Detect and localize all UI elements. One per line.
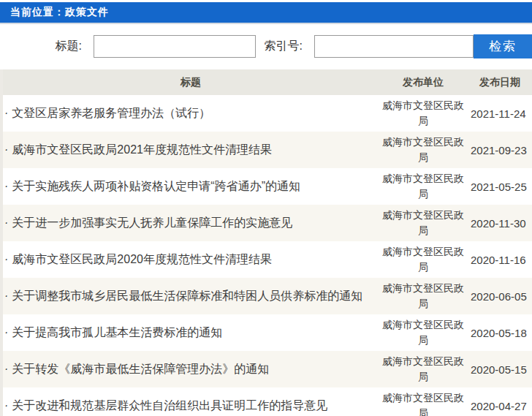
bullet-icon: · <box>4 180 8 193</box>
header-publisher: 发布单位 <box>379 76 468 89</box>
date-cell: 2020-11-16 <box>468 254 532 266</box>
date-cell: 2021-09-23 <box>468 144 532 156</box>
date-cell: 2021-11-24 <box>468 107 532 120</box>
publisher-cell: 威海市文登区民政局 <box>379 244 468 275</box>
publisher-cell: 威海市文登区民政局 <box>379 354 468 385</box>
document-title: 威海市文登区民政局2020年度规范性文件清理结果 <box>12 252 272 268</box>
date-cell: 2021-05-25 <box>468 181 532 193</box>
table-header-row: 标题 发布单位 发布日期 <box>3 69 532 95</box>
date-cell: 2020-05-18 <box>468 327 532 339</box>
publisher-cell: 威海市文登区民政局 <box>379 281 468 311</box>
document-title: 关于提高我市孤儿基本生活费标准的通知 <box>12 325 222 341</box>
policy-table: 标题 发布单位 发布日期 ·文登区居家养老服务管理办法（试行） 威海市文登区民政… <box>0 69 532 416</box>
document-link[interactable]: ·文登区居家养老服务管理办法（试行） <box>3 106 379 121</box>
document-link[interactable]: ·关于调整我市城乡居民最低生活保障标准和特困人员供养标准的通知 <box>3 289 379 304</box>
publisher-cell: 威海市文登区民政局 <box>379 98 468 129</box>
document-link[interactable]: ·关于改进和规范基层群众性自治组织出具证明工作的指导意见 <box>3 398 379 414</box>
table-body: ·文登区居家养老服务管理办法（试行） 威海市文登区民政局 2021-11-24 … <box>3 95 532 416</box>
breadcrumb: 当前位置：政策文件 <box>10 6 109 19</box>
bullet-icon: · <box>4 107 8 120</box>
bullet-icon: · <box>4 216 8 230</box>
document-link[interactable]: ·威海市文登区民政局2020年度规范性文件清理结果 <box>3 252 379 268</box>
bullet-icon: · <box>4 363 8 376</box>
document-link[interactable]: ·关于转发《威海市最低生活保障管理办法》的通知 <box>3 362 379 377</box>
search-button[interactable]: 检索 <box>474 34 532 58</box>
document-title: 关于调整我市城乡居民最低生活保障标准和特困人员供养标准的通知 <box>12 289 362 304</box>
document-title: 威海市文登区民政局2021年度规范性文件清理结果 <box>12 143 272 158</box>
publisher-cell: 威海市文登区民政局 <box>379 317 468 348</box>
title-field-label: 标题: <box>0 39 94 54</box>
date-cell: 2020-11-30 <box>468 217 532 230</box>
table-row: ·关于进一步加强事实无人抚养儿童保障工作的实施意见 威海市文登区民政局 2020… <box>3 205 532 241</box>
table-row: ·关于提高我市孤儿基本生活费标准的通知 威海市文登区民政局 2020-05-18 <box>3 314 532 351</box>
document-title: 关于改进和规范基层群众性自治组织出具证明工作的指导意见 <box>12 398 327 414</box>
document-link[interactable]: ·关于进一步加强事实无人抚养儿童保障工作的实施意见 <box>3 216 379 231</box>
document-link[interactable]: ·关于实施残疾人两项补贴资格认定申请“跨省通办”的通知 <box>3 179 379 194</box>
bullet-icon: · <box>4 253 8 266</box>
document-title: 关于进一步加强事实无人抚养儿童保障工作的实施意见 <box>12 216 292 231</box>
table-row: ·文登区居家养老服务管理办法（试行） 威海市文登区民政局 2021-11-24 <box>3 95 532 132</box>
table-row: ·关于转发《威海市最低生活保障管理办法》的通知 威海市文登区民政局 2020-0… <box>3 351 532 387</box>
publisher-cell: 威海市文登区民政局 <box>379 171 468 202</box>
table-row: ·威海市文登区民政局2020年度规范性文件清理结果 威海市文登区民政局 2020… <box>3 241 532 278</box>
table-row: ·关于改进和规范基层群众性自治组织出具证明工作的指导意见 威海市文登区民政局 2… <box>3 387 532 416</box>
document-link[interactable]: ·威海市文登区民政局2021年度规范性文件清理结果 <box>3 143 379 158</box>
index-field-label: 索引号: <box>256 39 314 54</box>
table-row: ·关于实施残疾人两项补贴资格认定申请“跨省通办”的通知 威海市文登区民政局 20… <box>3 168 532 205</box>
search-form: 标题: 索引号: 检索 <box>0 24 532 68</box>
document-title: 文登区居家养老服务管理办法（试行） <box>12 106 210 121</box>
index-search-input[interactable] <box>314 35 474 58</box>
policy-documents-page: 当前位置：政策文件 标题: 索引号: 检索 标题 发布单位 发布日期 ·文登区居… <box>0 0 532 416</box>
header-title: 标题 <box>3 76 379 89</box>
table-row: ·威海市文登区民政局2021年度规范性文件清理结果 威海市文登区民政局 2021… <box>3 132 532 168</box>
breadcrumb-bar: 当前位置：政策文件 <box>0 2 532 24</box>
date-cell: 2020-06-05 <box>468 290 532 303</box>
publisher-cell: 威海市文登区民政局 <box>379 208 468 238</box>
bullet-icon: · <box>4 399 8 412</box>
publisher-cell: 威海市文登区民政局 <box>379 390 468 416</box>
document-title: 关于转发《威海市最低生活保障管理办法》的通知 <box>12 362 269 377</box>
bullet-icon: · <box>4 326 8 339</box>
date-cell: 2020-05-15 <box>468 363 532 376</box>
document-link[interactable]: ·关于提高我市孤儿基本生活费标准的通知 <box>3 325 379 341</box>
document-title: 关于实施残疾人两项补贴资格认定申请“跨省通办”的通知 <box>12 179 300 194</box>
header-date: 发布日期 <box>468 76 532 89</box>
breadcrumb-wrap: 当前位置：政策文件 <box>0 0 532 24</box>
table-row: ·关于调整我市城乡居民最低生活保障标准和特困人员供养标准的通知 威海市文登区民政… <box>3 278 532 314</box>
bullet-icon: · <box>4 290 8 303</box>
bullet-icon: · <box>4 143 8 156</box>
publisher-cell: 威海市文登区民政局 <box>379 135 468 165</box>
title-search-input[interactable] <box>94 35 256 58</box>
date-cell: 2020-04-27 <box>468 400 532 412</box>
